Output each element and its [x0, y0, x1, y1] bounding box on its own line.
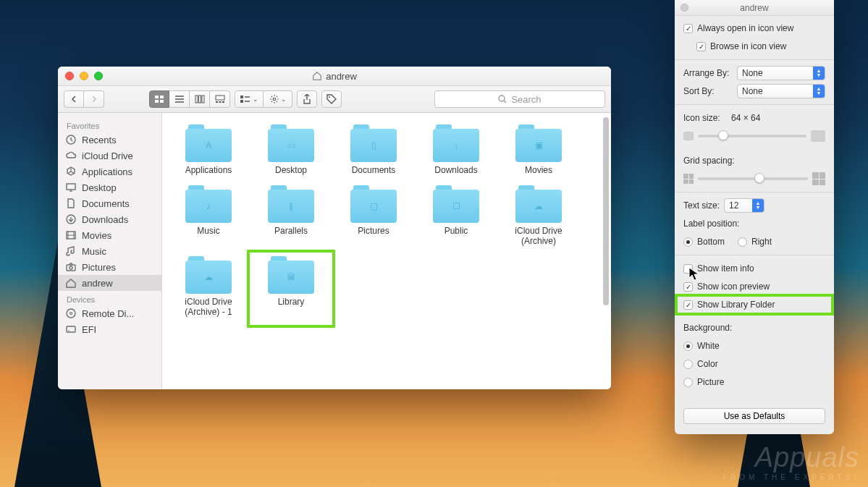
- svg-rect-2: [155, 100, 159, 103]
- sidebar-item-movies[interactable]: Movies: [58, 227, 161, 243]
- folder-icon: ▯: [350, 124, 397, 162]
- folder-downloads[interactable]: ↓Downloads: [416, 122, 497, 182]
- list-view-button[interactable]: [169, 90, 190, 108]
- sidebar-item-label: EFI: [82, 324, 96, 335]
- show-item-info-checkbox[interactable]: [683, 264, 693, 274]
- folder-music[interactable]: ♪Music: [168, 182, 249, 253]
- svg-rect-9: [219, 101, 221, 103]
- svg-rect-1: [160, 96, 164, 98]
- folder-icloud-drive-archive-1[interactable]: ☁iCloud Drive (Archive) - 1: [168, 253, 249, 324]
- sidebar-item-icloud-drive[interactable]: iCloud Drive: [58, 148, 161, 164]
- search-field[interactable]: Search: [434, 90, 605, 108]
- folder-pane[interactable]: AApplications▭Desktop▯Documents↓Download…: [162, 113, 611, 389]
- sidebar-section-header: Devices: [58, 291, 161, 305]
- group-button[interactable]: ⌄: [235, 90, 264, 108]
- document-icon: [65, 198, 77, 209]
- sidebar-item-andrew[interactable]: andrew: [58, 275, 161, 291]
- folder-parallels[interactable]: ∥Parallels: [250, 182, 332, 253]
- sidebar-item-remote-di-[interactable]: Remote Di...: [58, 305, 161, 321]
- folder-public[interactable]: ☐Public: [416, 182, 497, 253]
- arrange-by-label: Arrange By:: [683, 68, 733, 78]
- gallery-view-button[interactable]: [210, 90, 230, 108]
- sort-by-label: Sort By:: [683, 86, 733, 96]
- scroll-thumb[interactable]: [603, 117, 609, 305]
- browse-icon-checkbox[interactable]: [696, 42, 706, 51]
- use-as-defaults-button[interactable]: Use as Defaults: [683, 408, 825, 424]
- tags-button[interactable]: [321, 90, 342, 108]
- folder-label: Documents: [352, 165, 396, 175]
- sidebar-item-downloads[interactable]: Downloads: [58, 211, 161, 227]
- sidebar-item-label: Applications: [82, 166, 132, 177]
- arrange-by-select[interactable]: None▲▼: [737, 66, 825, 80]
- view-options-window: andrew Always open in icon view Browse i…: [675, 0, 834, 434]
- folder-applications[interactable]: AApplications: [168, 122, 249, 182]
- folder-label: Applications: [185, 165, 232, 175]
- folder-icloud-drive-archive-[interactable]: ☁iCloud Drive (Archive): [498, 182, 579, 253]
- svg-point-22: [67, 309, 75, 318]
- sidebar-section-header: Favorites: [58, 117, 161, 132]
- sidebar-item-label: Pictures: [82, 262, 116, 273]
- clock-icon: [65, 134, 77, 145]
- viewopts-titlebar[interactable]: andrew: [675, 0, 834, 16]
- group-action-buttons: ⌄ ⌄: [235, 90, 292, 108]
- view-switch: [149, 90, 230, 108]
- svg-point-15: [499, 96, 505, 101]
- sidebar-item-recents[interactable]: Recents: [58, 132, 161, 148]
- svg-rect-4: [195, 96, 198, 103]
- sidebar-item-documents[interactable]: Documents: [58, 195, 161, 211]
- svg-point-14: [329, 96, 330, 98]
- show-library-checkbox[interactable]: [683, 300, 693, 310]
- icon-view-button[interactable]: [149, 90, 169, 108]
- folder-label: Music: [197, 226, 219, 236]
- vertical-scrollbar[interactable]: [603, 117, 609, 385]
- bg-white-radio[interactable]: [683, 342, 693, 351]
- tag-icon: [326, 94, 337, 104]
- show-item-info-label: Show item info: [697, 263, 754, 274]
- label-bottom-radio[interactable]: [683, 237, 693, 247]
- sidebar-item-label: andrew: [82, 278, 113, 289]
- share-icon: [303, 94, 311, 104]
- svg-rect-7: [216, 96, 224, 100]
- large-folder-icon: [811, 130, 825, 142]
- folder-label: Downloads: [434, 165, 477, 175]
- browse-icon-label: Browse in icon view: [710, 41, 786, 51]
- bg-color-radio[interactable]: [683, 360, 693, 369]
- svg-rect-20: [67, 265, 75, 271]
- sidebar-item-pictures[interactable]: Pictures: [58, 259, 161, 275]
- folder-library[interactable]: 🏛Library: [250, 253, 332, 324]
- sidebar-item-label: Documents: [82, 198, 130, 209]
- share-button[interactable]: [297, 90, 317, 108]
- text-size-label: Text size:: [683, 200, 720, 211]
- folder-label: Pictures: [358, 226, 389, 236]
- label-right-radio[interactable]: [738, 237, 747, 247]
- svg-rect-17: [67, 184, 75, 190]
- folder-desktop[interactable]: ▭Desktop: [250, 122, 332, 182]
- grid-spacing-slider[interactable]: [698, 177, 808, 180]
- sort-by-select[interactable]: None▲▼: [737, 84, 825, 98]
- always-icon-checkbox[interactable]: [683, 24, 693, 33]
- folder-movies[interactable]: ▣Movies: [498, 122, 579, 182]
- folder-icon: 🏛: [268, 256, 314, 294]
- sidebar-item-efi[interactable]: EFI: [58, 321, 161, 337]
- icon-size-slider[interactable]: [698, 135, 806, 137]
- back-button[interactable]: [64, 90, 84, 108]
- background-label: Background:: [683, 323, 732, 333]
- svg-rect-6: [202, 96, 204, 103]
- sidebar-item-music[interactable]: Music: [58, 243, 161, 259]
- titlebar[interactable]: andrew: [58, 67, 611, 86]
- cloud-icon: [65, 150, 77, 161]
- folder-documents[interactable]: ▯Documents: [333, 122, 414, 182]
- folder-icon: ☐: [433, 185, 479, 223]
- sidebar-item-desktop[interactable]: Desktop: [58, 179, 161, 195]
- sidebar-item-applications[interactable]: Applications: [58, 164, 161, 179]
- folder-pictures[interactable]: ▢Pictures: [333, 182, 414, 253]
- disc-icon: [65, 308, 77, 319]
- folder-icon: ▭: [268, 124, 314, 162]
- action-button[interactable]: ⌄: [264, 90, 292, 108]
- bg-picture-radio[interactable]: [683, 378, 693, 387]
- show-icon-preview-checkbox[interactable]: [683, 282, 693, 292]
- column-view-button[interactable]: [190, 90, 210, 108]
- text-size-select[interactable]: 12▲▼: [724, 198, 764, 213]
- grid-spacing-label: Grid spacing:: [683, 156, 735, 166]
- forward-button[interactable]: [84, 90, 104, 108]
